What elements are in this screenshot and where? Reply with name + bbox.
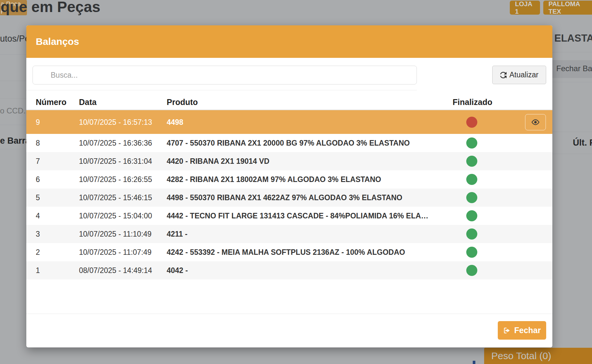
status-dot [466, 247, 477, 258]
status-dot [466, 228, 477, 240]
cell-produto: 4242 - 553392 - MEIA MALHA SOFTPLUS 2136… [167, 248, 405, 257]
bg-tab-fragment: utos/Pe [0, 34, 30, 44]
cell-numero: 2 [36, 248, 40, 257]
cell-data: 08/07/2025 - 14:49:14 [79, 266, 152, 275]
column-header-numero: Número [36, 98, 66, 107]
status-dot [466, 192, 477, 203]
cell-produto: 4442 - TECNO FIT LARGE 131413 CASCADE - … [167, 212, 429, 220]
bg-product-fragment: ELASTAN [554, 32, 592, 44]
cell-data: 10/07/2025 - 15:46:15 [79, 193, 152, 202]
close-modal-label: Fechar [514, 326, 541, 335]
refresh-button[interactable]: Atualizar [492, 66, 546, 84]
view-button[interactable] [525, 114, 546, 130]
search-divider [26, 90, 417, 90]
status-dot [466, 265, 477, 276]
cell-produto: 4420 - RIBANA 2X1 19014 VD [167, 157, 269, 166]
screen: que em Peças LOJA 1 PALLOMA TEX utos/Pe … [0, 0, 592, 364]
cell-data: 10/07/2025 - 16:57:13 [79, 118, 152, 126]
refresh-button-label: Atualizar [509, 71, 538, 79]
cell-data: 10/07/2025 - 16:31:04 [79, 157, 152, 166]
bg-input-fragment: o CCD... [0, 106, 30, 115]
company-button-label: PALLOMA TEX [548, 0, 592, 15]
page-title: que em Peças [1, 0, 100, 16]
cell-numero: 8 [36, 139, 40, 148]
modal-footer-divider [26, 314, 552, 314]
table-row[interactable]: 4 10/07/2025 - 15:04:00 4442 - TECNO FIT… [26, 207, 552, 225]
peso-total-bar: Peso Total (0) [484, 348, 592, 364]
peso-total-label: Peso Total (0) [491, 350, 551, 361]
cell-numero: 6 [36, 175, 40, 184]
company-button[interactable]: PALLOMA TEX [543, 1, 592, 15]
cell-numero: 5 [36, 193, 40, 202]
cell-produto: 4498 - 550370 RIBANA 2X1 4622AZ 97% ALGO… [167, 193, 402, 202]
cell-produto: 4282 - RIBANA 2X1 18002AM 97% ALGODAO 3%… [167, 175, 381, 184]
search-input[interactable] [32, 66, 417, 84]
cell-data: 10/07/2025 - 16:36:36 [79, 139, 152, 148]
cell-numero: 9 [36, 118, 40, 126]
bg-barcode-label-fragment: e Barra [0, 136, 30, 146]
cell-produto: 4707 - 550370 RIBANA 2X1 20000 BG 97% AL… [167, 139, 410, 148]
close-modal-button[interactable]: Fechar [498, 321, 546, 340]
modal-title: Balanços [36, 36, 79, 47]
table-row[interactable]: 6 10/07/2025 - 16:26:55 4282 - RIBANA 2X… [26, 170, 552, 188]
store-button-label: LOJA 1 [515, 0, 535, 15]
bg-last-price-fragment: Últ. P [573, 138, 592, 148]
status-dot [466, 156, 477, 167]
table-row[interactable]: 3 10/07/2025 - 11:10:49 4211 - [26, 225, 552, 243]
balancos-modal: Balanços Atualizar Número Data Produto F… [26, 25, 552, 347]
cell-data: 10/07/2025 - 11:10:49 [79, 230, 151, 239]
cell-numero: 7 [36, 157, 40, 166]
status-dot [466, 117, 477, 128]
cell-data: 10/07/2025 - 15:04:00 [79, 212, 152, 220]
cell-produto: 4498 [167, 118, 183, 126]
store-button[interactable]: LOJA 1 [510, 1, 540, 15]
refresh-icon [500, 72, 507, 78]
cell-data: 10/07/2025 - 16:26:55 [79, 175, 152, 184]
table-header: Número Data Produto Finalizado [26, 98, 547, 109]
table-row[interactable]: 1 08/07/2025 - 14:49:14 4042 - [26, 261, 552, 280]
column-header-finalizado: Finalizado [453, 98, 492, 107]
cell-numero: 1 [36, 266, 40, 275]
bg-blue-fragment [473, 361, 475, 364]
table-rows: 9 10/07/2025 - 16:57:13 4498 8 10/07/202… [26, 110, 552, 280]
modal-header: Balanços [26, 25, 552, 58]
column-header-data: Data [79, 98, 97, 107]
cell-data: 10/07/2025 - 11:07:49 [79, 248, 151, 257]
bg-close-balance-label: Fechar Balan [556, 64, 592, 73]
cell-numero: 4 [36, 212, 40, 220]
table-row[interactable]: 9 10/07/2025 - 16:57:13 4498 [26, 110, 552, 134]
table-row[interactable]: 2 10/07/2025 - 11:07:49 4242 - 553392 - … [26, 243, 552, 261]
table-row[interactable]: 5 10/07/2025 - 15:46:15 4498 - 550370 RI… [26, 188, 552, 207]
table-row[interactable]: 7 10/07/2025 - 16:31:04 4420 - RIBANA 2X… [26, 152, 552, 170]
status-dot [466, 137, 477, 149]
cell-produto: 4211 - [167, 230, 187, 239]
cell-produto: 4042 - [167, 266, 188, 275]
table-row[interactable]: 8 10/07/2025 - 16:36:36 4707 - 550370 RI… [26, 134, 552, 152]
column-header-produto: Produto [167, 98, 198, 107]
eye-icon [531, 118, 540, 126]
cell-numero: 3 [36, 230, 40, 239]
sign-out-icon [503, 327, 510, 334]
status-dot [466, 210, 477, 221]
bg-close-balance-button[interactable]: Fechar Balan [552, 60, 592, 78]
status-dot [466, 174, 477, 185]
